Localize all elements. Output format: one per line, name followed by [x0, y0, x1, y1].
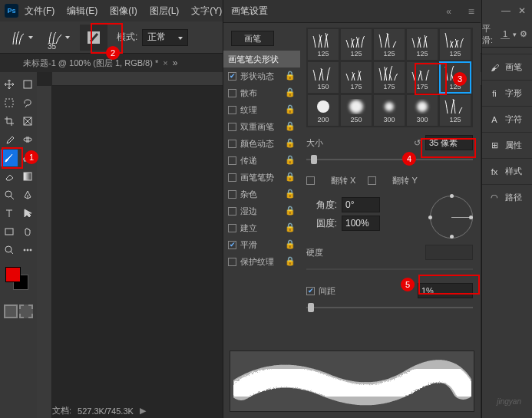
brush-preset-cell[interactable]: 200: [308, 95, 339, 126]
opt-tip-shape[interactable]: 画笔笔尖形状: [223, 51, 300, 67]
lock-icon[interactable]: 🔒: [285, 172, 296, 182]
tool-lasso[interactable]: [19, 94, 36, 111]
window-minimize-icon[interactable]: —: [501, 5, 511, 16]
brush-preset-cell[interactable]: 150: [308, 62, 339, 93]
tool-zoom[interactable]: [1, 242, 18, 258]
tool-preset-brush[interactable]: [6, 26, 37, 49]
brush-preset-cell[interactable]: 175: [341, 62, 372, 93]
brush-preset-cell[interactable]: 125: [440, 29, 471, 60]
lock-icon[interactable]: 🔒: [285, 256, 296, 266]
tab-close-icon[interactable]: ×: [163, 58, 167, 67]
blend-mode-dropdown[interactable]: 正常: [142, 29, 188, 46]
opt-smoothing[interactable]: 平滑🔒: [223, 236, 300, 253]
chevron-down-icon[interactable]: ▾: [513, 31, 517, 38]
menu-image[interactable]: 图像(I): [104, 5, 143, 18]
tool-edit-toolbar[interactable]: [19, 242, 36, 258]
brush-preset-cell[interactable]: 175: [407, 62, 438, 93]
roundness-input[interactable]: 100%: [342, 216, 380, 231]
lock-icon[interactable]: 🔒: [285, 71, 296, 81]
brush-preset-cell[interactable]: 175: [374, 62, 405, 93]
menu-file[interactable]: 文件(F): [18, 5, 61, 18]
opt-buildup[interactable]: 建立🔒: [223, 219, 300, 236]
gear-icon[interactable]: ⚙: [520, 29, 527, 39]
tool-gradient[interactable]: [19, 168, 36, 185]
brush-preset-cell[interactable]: 125: [341, 29, 372, 60]
tool-artboard[interactable]: [19, 76, 36, 93]
window-close-icon[interactable]: ✕: [518, 5, 526, 16]
menu-type[interactable]: 文字(Y): [185, 5, 228, 18]
tool-path-select[interactable]: [19, 205, 36, 222]
document-tab[interactable]: 未标题-1 @ 100% (图层 1, RGB/8) *: [23, 58, 158, 69]
opt-shape-dynamics[interactable]: 形状动态🔒: [223, 67, 300, 84]
opt-dual-brush[interactable]: 双重画笔🔒: [223, 118, 300, 135]
tool-heal[interactable]: [19, 131, 36, 148]
flip-x-checkbox[interactable]: [306, 176, 315, 185]
dock-item-paths[interactable]: ◠路径: [482, 184, 532, 210]
lock-icon[interactable]: 🔒: [285, 206, 296, 216]
flip-y-checkbox[interactable]: [368, 176, 376, 185]
brush-preset-cell[interactable]: 300: [407, 95, 438, 126]
brush-settings-toggle[interactable]: [80, 25, 107, 51]
tool-frame[interactable]: [19, 113, 36, 130]
angle-dial[interactable]: [430, 196, 473, 239]
tool-dodge[interactable]: [1, 186, 18, 203]
opt-noise[interactable]: 杂色🔒: [223, 186, 300, 202]
dock-item-props[interactable]: ⊞属性: [482, 132, 532, 158]
smoothing-option[interactable]: 平滑: 1 ▾ ⚙: [482, 21, 532, 48]
tool-brush[interactable]: [1, 150, 18, 166]
brush-preset-cell[interactable]: 125: [308, 29, 339, 60]
spacing-slider[interactable]: [306, 301, 473, 314]
size-slider[interactable]: [306, 153, 473, 166]
opt-scatter[interactable]: 散布🔒: [223, 84, 300, 101]
panel-collapse-icon[interactable]: «: [446, 6, 451, 17]
brush-preset-grid[interactable]: 1251251251251251501751751751252002503003…: [306, 28, 473, 127]
dock-item-glyph[interactable]: fi字形: [482, 80, 532, 106]
menu-edit[interactable]: 编辑(E): [61, 5, 104, 18]
opt-texture[interactable]: 纹理🔒: [223, 101, 300, 118]
tool-crop[interactable]: [1, 113, 18, 130]
spacing-checkbox[interactable]: [306, 287, 315, 295]
menu-layer[interactable]: 图层(L): [144, 5, 186, 18]
brush-preset-picker[interactable]: 35: [41, 26, 75, 49]
reset-size-icon[interactable]: ↺: [414, 138, 421, 148]
lock-icon[interactable]: 🔒: [285, 104, 296, 114]
panel-titlebar[interactable]: 画笔设置 « ≡: [223, 0, 481, 23]
opt-brush-pose[interactable]: 画笔笔势🔒: [223, 169, 300, 186]
tool-eraser[interactable]: [1, 168, 18, 185]
opt-color-dynamics[interactable]: 颜色动态🔒: [223, 135, 300, 152]
screen-mode-switch[interactable]: [3, 304, 34, 319]
lock-icon[interactable]: 🔒: [285, 138, 296, 148]
status-chevron-icon[interactable]: ▶: [140, 406, 146, 416]
tab-overflow-icon[interactable]: »: [173, 58, 178, 68]
ruler-vertical[interactable]: [37, 86, 52, 418]
tool-type[interactable]: [1, 205, 18, 222]
brush-preset-cell[interactable]: 125: [407, 29, 438, 60]
brush-preset-cell[interactable]: 300: [374, 95, 405, 126]
brush-preset-cell[interactable]: 125: [440, 95, 471, 126]
panel-menu-icon[interactable]: ≡: [468, 5, 474, 18]
lock-icon[interactable]: 🔒: [285, 155, 296, 165]
dock-item-styles[interactable]: fx样式: [482, 158, 532, 184]
lock-icon[interactable]: 🔒: [285, 87, 296, 97]
brush-preset-cell[interactable]: 250: [341, 95, 372, 126]
brush-preset-cell[interactable]: 125: [374, 29, 405, 60]
dock-item-brush[interactable]: 🖌画笔: [482, 54, 532, 80]
size-input[interactable]: 35 像素: [425, 135, 473, 150]
opt-wet-edges[interactable]: 湿边🔒: [223, 202, 300, 219]
lock-icon[interactable]: 🔒: [285, 189, 296, 199]
tool-hand[interactable]: [19, 223, 36, 240]
lock-icon[interactable]: 🔒: [285, 239, 296, 249]
lock-icon[interactable]: 🔒: [285, 121, 296, 131]
opt-transfer[interactable]: 传递🔒: [223, 152, 300, 169]
angle-input[interactable]: 0°: [342, 197, 380, 212]
smooth-value[interactable]: 1: [501, 29, 510, 39]
tool-pen[interactable]: [19, 186, 36, 203]
brushes-tab[interactable]: 画笔: [231, 31, 274, 46]
tool-move[interactable]: [1, 76, 18, 93]
foreground-color-swatch[interactable]: [5, 267, 21, 282]
spacing-input[interactable]: 1%: [418, 283, 473, 298]
opt-protect-texture[interactable]: 保护纹理🔒: [223, 253, 300, 270]
tool-eyedropper[interactable]: [1, 131, 18, 148]
tool-shape[interactable]: [1, 223, 18, 240]
lock-icon[interactable]: 🔒: [285, 222, 296, 232]
